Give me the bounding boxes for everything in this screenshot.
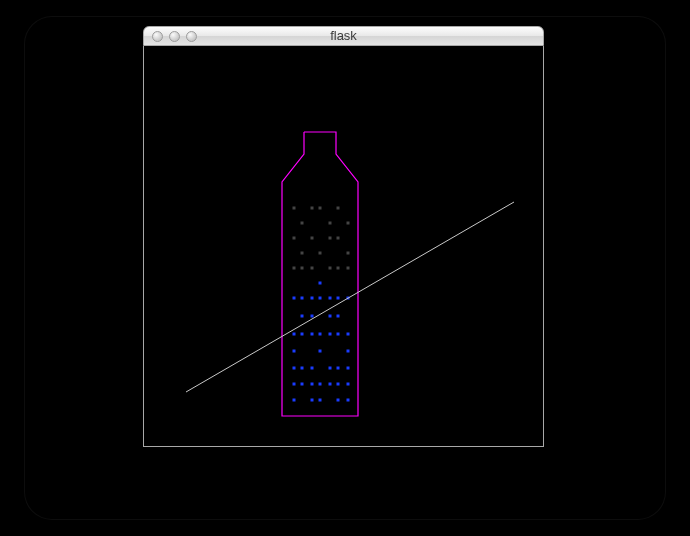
particle-dot — [319, 350, 322, 353]
particle-dot — [293, 383, 296, 386]
particle-dot — [311, 297, 314, 300]
particle-dot — [337, 383, 340, 386]
particle-dot — [301, 315, 304, 318]
bottle-outline — [282, 132, 358, 416]
particle-dot — [301, 367, 304, 370]
particle-dot — [301, 222, 304, 225]
particle-dot — [319, 252, 322, 255]
particle-dot — [337, 367, 340, 370]
particle-dot — [337, 333, 340, 336]
window-titlebar[interactable]: flask — [143, 26, 544, 46]
particle-dot — [319, 333, 322, 336]
particle-dot — [293, 399, 296, 402]
particle-dot — [329, 267, 332, 270]
particle-dot — [301, 267, 304, 270]
particle-dot — [319, 383, 322, 386]
particle-dot — [329, 383, 332, 386]
particle-dot — [293, 267, 296, 270]
particle-dot — [329, 237, 332, 240]
particle-dot — [337, 297, 340, 300]
app-frame: flask — [24, 16, 666, 520]
window-title: flask — [144, 27, 543, 45]
close-button[interactable] — [152, 31, 163, 42]
particle-dot — [329, 367, 332, 370]
particle-dot — [347, 267, 350, 270]
particle-dot — [293, 367, 296, 370]
particle-dot — [337, 267, 340, 270]
particle-dot — [329, 315, 332, 318]
tilt-line — [186, 202, 514, 392]
particle-dot — [311, 367, 314, 370]
particle-dot — [347, 350, 350, 353]
particle-dot — [311, 333, 314, 336]
simulation-canvas — [144, 46, 543, 445]
particle-dot — [337, 207, 340, 210]
particle-dot — [337, 399, 340, 402]
particle-dot — [293, 350, 296, 353]
window-controls — [152, 31, 197, 42]
particle-dot — [347, 222, 350, 225]
particle-dot — [329, 333, 332, 336]
particle-dot — [347, 399, 350, 402]
particle-dot — [347, 333, 350, 336]
canvas-area — [143, 46, 544, 447]
particle-dot — [337, 237, 340, 240]
particle-dot — [293, 297, 296, 300]
particle-dot — [329, 222, 332, 225]
particle-dot — [347, 383, 350, 386]
particle-dot — [329, 297, 332, 300]
zoom-button[interactable] — [186, 31, 197, 42]
particle-dot — [311, 383, 314, 386]
particle-dot — [319, 399, 322, 402]
particle-dot — [319, 297, 322, 300]
particle-dot — [293, 237, 296, 240]
particle-dot — [301, 252, 304, 255]
particle-dot — [347, 367, 350, 370]
particle-dots — [293, 207, 350, 402]
particle-dot — [301, 297, 304, 300]
particle-dot — [311, 315, 314, 318]
particle-dot — [337, 315, 340, 318]
particle-dot — [311, 207, 314, 210]
particle-dot — [311, 399, 314, 402]
particle-dot — [301, 333, 304, 336]
particle-dot — [293, 207, 296, 210]
particle-dot — [301, 383, 304, 386]
particle-dot — [293, 333, 296, 336]
particle-dot — [347, 252, 350, 255]
particle-dot — [319, 207, 322, 210]
minimize-button[interactable] — [169, 31, 180, 42]
particle-dot — [319, 282, 322, 285]
particle-dot — [311, 237, 314, 240]
particle-dot — [311, 267, 314, 270]
